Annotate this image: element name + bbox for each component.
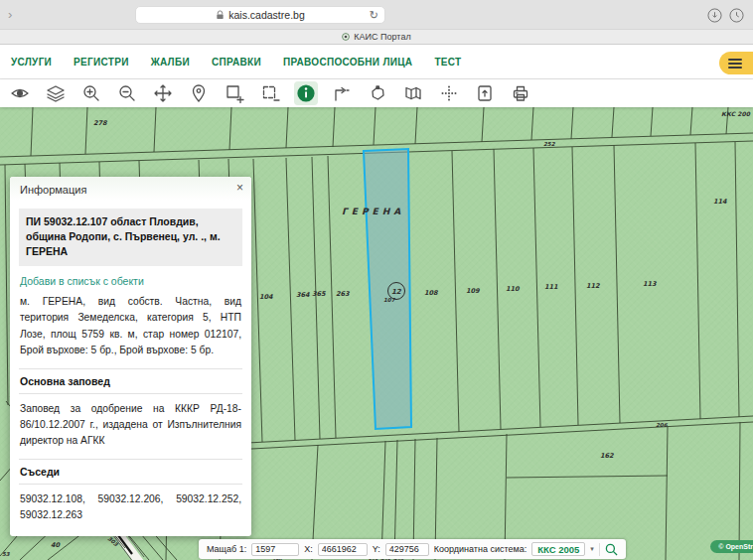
- layers-icon: [46, 83, 66, 103]
- parcel-label-112: 112: [586, 282, 600, 290]
- parcel-label-364: 364: [296, 291, 310, 299]
- order-heading: Основна заповед: [19, 368, 242, 394]
- parcel-label-108: 108: [424, 289, 439, 297]
- road-label-252: 252: [543, 141, 556, 147]
- forward-button[interactable]: ›: [8, 7, 12, 22]
- download-icon[interactable]: [707, 8, 722, 23]
- nav-zhalbi[interactable]: ЖАЛБИ: [151, 57, 190, 68]
- add-to-object-list-link[interactable]: Добави в списък с обекти: [20, 275, 241, 287]
- export-page-icon: [475, 83, 495, 103]
- y-coordinate-input[interactable]: [385, 543, 429, 556]
- bookmarks-bar: КАИС Портал: [0, 30, 753, 45]
- location-pin-button[interactable]: [187, 81, 211, 105]
- measure-icon: [332, 83, 352, 103]
- info-panel: Информация × ПИ 59032.12.107 област Плов…: [10, 177, 251, 536]
- address-bar[interactable]: kais.cadastre.bg ↻: [135, 6, 385, 24]
- nav-uslugi[interactable]: УСЛУГИ: [11, 57, 52, 68]
- search-icon: [605, 543, 618, 556]
- parcel-description: м. ГЕРЕНА, вид собств. Частна, вид терит…: [20, 294, 241, 359]
- layer-visibility-icon: [10, 83, 30, 103]
- divider: [599, 543, 600, 556]
- info-icon: [296, 83, 316, 103]
- print-button[interactable]: [509, 81, 532, 105]
- x-label: X:: [304, 544, 313, 554]
- map-viewport: 278 252 ККС 200 ГЕРЕНА 114 104 364 365 2…: [0, 107, 753, 560]
- osm-attribution[interactable]: © OpenStr: [710, 540, 753, 553]
- crs-watermark: ККС 200: [721, 110, 751, 117]
- zoom-out-icon: [117, 83, 137, 103]
- road-label-206: 206: [656, 422, 669, 428]
- layers-button[interactable]: [44, 81, 68, 105]
- extent-rectangle-button[interactable]: [258, 81, 282, 105]
- osm-attribution-text: © OpenStr: [718, 543, 753, 550]
- parcel-label-110: 110: [506, 285, 521, 293]
- parcel-label-263: 263: [336, 290, 350, 298]
- pan-icon: [153, 83, 173, 103]
- parcel-label-111: 111: [544, 283, 558, 291]
- reload-icon[interactable]: ↻: [370, 10, 378, 21]
- crs-select[interactable]: ККС 2005: [531, 542, 585, 556]
- neighbors-text: 59032.12.108, 59032.12.206, 59032.12.252…: [20, 491, 241, 524]
- parcel-label-53: 53: [2, 551, 11, 557]
- zoom-rectangle-button[interactable]: [223, 81, 246, 105]
- browser-window: › kais.cadastre.bg ↻ КАИС Портал УСЛУГИ …: [0, 0, 753, 560]
- map-status-bar: Мащаб 1: X: Y: Координатна система: ККС …: [199, 539, 626, 559]
- selected-parcel-number: 107: [383, 297, 396, 303]
- info-panel-title: Информация: [20, 184, 86, 196]
- selected-region-number: 12: [391, 288, 402, 296]
- parcel-label-40: 40: [51, 541, 62, 549]
- map-overview-icon: [403, 83, 423, 103]
- parcel-label-114: 114: [713, 198, 727, 206]
- neighbors-heading: Съседи: [19, 459, 242, 485]
- map-toolbar: [0, 79, 753, 107]
- nav-spravki[interactable]: СПРАВКИ: [212, 57, 261, 68]
- zoom-out-button[interactable]: [115, 81, 139, 105]
- parcel-label-278: 278: [93, 119, 108, 127]
- coordinate-capture-button[interactable]: [437, 81, 461, 105]
- crs-label: Координатна система:: [434, 544, 527, 554]
- lock-icon: [216, 10, 225, 20]
- info-tool-button[interactable]: [294, 81, 318, 105]
- search-button[interactable]: [605, 543, 618, 556]
- zoom-in-button[interactable]: [79, 81, 103, 105]
- browser-chrome: › kais.cadastre.bg ↻: [0, 0, 753, 30]
- nav-registri[interactable]: РЕГИСТРИ: [74, 57, 129, 68]
- locality-label: ГЕРЕНА: [342, 207, 404, 216]
- nav-test[interactable]: ТЕСТ: [434, 57, 461, 68]
- y-label: Y:: [373, 544, 380, 554]
- info-panel-header: Информация ×: [10, 177, 251, 201]
- hamburger-icon: [728, 59, 742, 61]
- info-panel-body: ПИ 59032.12.107 област Пловдив, община Р…: [10, 201, 251, 536]
- pan-button[interactable]: [151, 81, 175, 105]
- parcel-title: ПИ 59032.12.107 област Пловдив, община Р…: [19, 209, 242, 266]
- coordinate-capture-icon: [439, 83, 459, 103]
- scale-label: Мащаб 1:: [207, 544, 246, 554]
- layer-visibility-button[interactable]: [8, 81, 32, 105]
- parcel-label-104: 104: [259, 293, 273, 301]
- order-text: Заповед за одобрение на КККР РД-18-86/10…: [20, 401, 241, 450]
- scale-input[interactable]: [251, 543, 299, 556]
- parcel-label-162: 162: [600, 452, 614, 460]
- print-icon: [511, 83, 530, 103]
- select-area-button[interactable]: [366, 81, 389, 105]
- zoom-in-icon: [81, 83, 101, 103]
- site-navbar: УСЛУГИ РЕГИСТРИ ЖАЛБИ СПРАВКИ ПРАВОСПОСО…: [0, 45, 753, 79]
- bookmark-favicon: [342, 33, 350, 41]
- chevron-down-icon[interactable]: ▾: [590, 545, 594, 553]
- location-pin-icon: [189, 83, 209, 103]
- close-icon[interactable]: ×: [236, 182, 243, 194]
- nav-pravosposobni-litsa[interactable]: ПРАВОСПОСОБНИ ЛИЦА: [283, 57, 412, 68]
- export-page-button[interactable]: [473, 81, 497, 105]
- extent-rectangle-icon: [260, 83, 280, 103]
- x-coordinate-input[interactable]: [318, 543, 368, 556]
- bookmark-kais-portal[interactable]: КАИС Портал: [354, 32, 410, 42]
- map-overview-button[interactable]: [401, 81, 425, 105]
- menu-button[interactable]: [719, 52, 753, 74]
- parcel-label-365: 365: [312, 290, 326, 298]
- parcel-label-113: 113: [643, 280, 657, 288]
- select-area-icon: [368, 83, 387, 103]
- history-clock-icon[interactable]: [729, 8, 744, 23]
- url-text: kais.cadastre.bg: [228, 9, 304, 21]
- measure-button[interactable]: [330, 81, 354, 105]
- parcel-label-109: 109: [466, 287, 480, 295]
